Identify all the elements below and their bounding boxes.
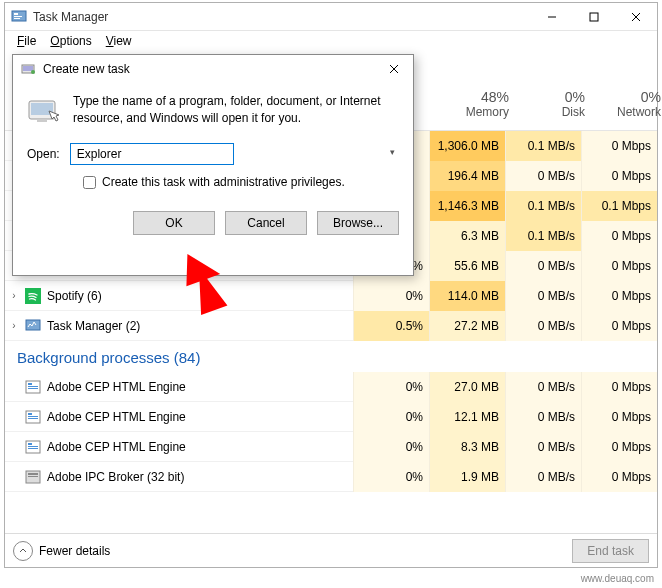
process-name: Adobe CEP HTML Engine	[47, 440, 353, 454]
network-cell: 0 Mbps	[581, 432, 657, 462]
annotation-arrow	[168, 246, 248, 326]
memory-cell: 8.3 MB	[429, 432, 505, 462]
watermark: www.deuaq.com	[581, 573, 654, 584]
svg-rect-24	[28, 473, 38, 475]
minimize-button[interactable]	[531, 3, 573, 31]
memory-cell: 27.2 MB	[429, 311, 505, 341]
footer: Fewer details End task	[5, 533, 657, 567]
svg-rect-22	[28, 448, 38, 449]
memory-cell: 6.3 MB	[429, 221, 505, 251]
cpu-cell: 0%	[353, 462, 429, 492]
cpu-cell: 0%	[353, 402, 429, 432]
cpu-cell: 0%	[353, 432, 429, 462]
svg-rect-1	[14, 13, 18, 15]
memory-cell: 1,146.3 MB	[429, 191, 505, 221]
table-row[interactable]: ›Spotify (6)0%114.0 MB0 MB/s0 Mbps	[5, 281, 657, 311]
disk-cell: 0 MB/s	[505, 432, 581, 462]
cancel-button[interactable]: Cancel	[225, 211, 307, 235]
process-icon	[25, 288, 41, 304]
disk-cell: 0 MB/s	[505, 462, 581, 492]
network-cell: 0 Mbps	[581, 281, 657, 311]
process-icon	[25, 409, 41, 425]
dialog-title: Create new task	[43, 62, 375, 76]
col-memory[interactable]: 48% Memory	[437, 89, 509, 119]
dialog-prompt: Type the name of a program, folder, docu…	[73, 93, 399, 129]
svg-rect-21	[28, 446, 38, 447]
ok-button[interactable]: OK	[133, 211, 215, 235]
table-row[interactable]: Adobe IPC Broker (32 bit)0%1.9 MB0 MB/s0…	[5, 462, 657, 492]
network-cell: 0 Mbps	[581, 311, 657, 341]
process-icon	[25, 439, 41, 455]
svg-rect-13	[28, 386, 38, 387]
process-icon	[25, 318, 41, 334]
svg-rect-18	[28, 418, 38, 419]
table-row[interactable]: Adobe CEP HTML Engine0%12.1 MB0 MB/s0 Mb…	[5, 402, 657, 432]
expand-toggle[interactable]: ›	[5, 320, 19, 331]
network-cell: 0.1 Mbps	[581, 191, 657, 221]
chevron-down-icon[interactable]: ▾	[390, 147, 395, 157]
disk-cell: 0.1 MB/s	[505, 191, 581, 221]
disk-cell: 0.1 MB/s	[505, 221, 581, 251]
end-task-button[interactable]: End task	[572, 539, 649, 563]
svg-rect-20	[28, 443, 32, 445]
run-icon	[27, 93, 63, 129]
disk-cell: 0 MB/s	[505, 251, 581, 281]
process-name: Adobe IPC Broker (32 bit)	[47, 470, 353, 484]
memory-cell: 55.6 MB	[429, 251, 505, 281]
disk-cell: 0.1 MB/s	[505, 131, 581, 161]
svg-rect-33	[37, 119, 47, 122]
open-label: Open:	[27, 147, 60, 161]
background-processes-header: Background processes (84)	[5, 341, 657, 372]
network-cell: 0 Mbps	[581, 131, 657, 161]
process-icon	[25, 469, 41, 485]
taskmgr-icon	[11, 9, 27, 25]
fewer-details-button[interactable]: Fewer details	[13, 541, 110, 561]
menu-view[interactable]: View	[100, 32, 138, 50]
table-row[interactable]: Adobe CEP HTML Engine0%8.3 MB0 MB/s0 Mbp…	[5, 432, 657, 462]
maximize-button[interactable]	[573, 3, 615, 31]
disk-cell: 0 MB/s	[505, 402, 581, 432]
memory-cell: 196.4 MB	[429, 161, 505, 191]
memory-cell: 114.0 MB	[429, 281, 505, 311]
open-input[interactable]	[70, 143, 234, 165]
svg-marker-34	[176, 246, 231, 316]
table-row[interactable]: ›Task Manager (2)0.5%27.2 MB0 MB/s0 Mbps	[5, 311, 657, 341]
window-title: Task Manager	[33, 10, 531, 24]
network-cell: 0 Mbps	[581, 402, 657, 432]
chevron-up-icon	[13, 541, 33, 561]
svg-rect-14	[28, 388, 38, 389]
admin-label: Create this task with administrative pri…	[102, 175, 345, 189]
memory-cell: 1,306.0 MB	[429, 131, 505, 161]
network-cell: 0 Mbps	[581, 372, 657, 402]
col-network[interactable]: 0% Network	[589, 89, 661, 119]
cpu-cell: 0%	[353, 372, 429, 402]
svg-rect-16	[28, 413, 32, 415]
menu-file[interactable]: File	[11, 32, 42, 50]
dialog-close-button[interactable]	[375, 56, 413, 82]
svg-rect-12	[28, 383, 32, 385]
dialog-titlebar: Create new task	[13, 55, 413, 83]
col-disk[interactable]: 0% Disk	[513, 89, 585, 119]
table-row[interactable]: Adobe CEP HTML Engine0%27.0 MB0 MB/s0 Mb…	[5, 372, 657, 402]
memory-cell: 1.9 MB	[429, 462, 505, 492]
titlebar: Task Manager	[5, 3, 657, 31]
process-name: Adobe CEP HTML Engine	[47, 380, 353, 394]
disk-cell: 0 MB/s	[505, 281, 581, 311]
disk-cell: 0 MB/s	[505, 311, 581, 341]
svg-rect-25	[28, 476, 38, 477]
memory-cell: 12.1 MB	[429, 402, 505, 432]
browse-button[interactable]: Browse...	[317, 211, 399, 235]
network-cell: 0 Mbps	[581, 462, 657, 492]
network-cell: 0 Mbps	[581, 251, 657, 281]
cpu-cell: 0.5%	[353, 311, 429, 341]
admin-checkbox[interactable]	[83, 176, 96, 189]
expand-toggle[interactable]: ›	[5, 290, 19, 301]
menu-options[interactable]: Options	[44, 32, 97, 50]
close-button[interactable]	[615, 3, 657, 31]
network-cell: 0 Mbps	[581, 221, 657, 251]
svg-rect-5	[590, 13, 598, 21]
process-name: Adobe CEP HTML Engine	[47, 410, 353, 424]
network-cell: 0 Mbps	[581, 161, 657, 191]
run-icon-small	[21, 61, 37, 77]
window-controls	[531, 3, 657, 31]
